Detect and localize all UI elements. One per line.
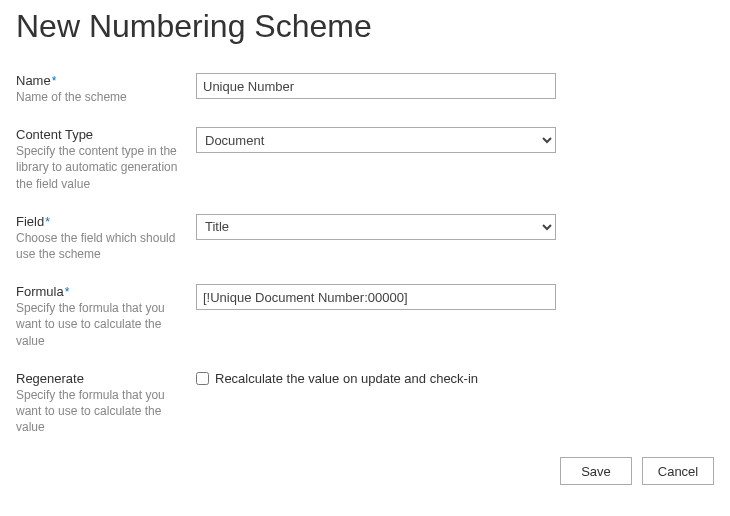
regenerate-label: Regenerate: [16, 371, 84, 386]
content-type-label: Content Type: [16, 127, 93, 142]
formula-row: Formula* Specify the formula that you wa…: [16, 284, 714, 349]
required-asterisk: *: [65, 285, 70, 299]
regenerate-checkbox-label: Recalculate the value on update and chec…: [215, 371, 478, 386]
field-description: Choose the field which should use the sc…: [16, 230, 184, 262]
name-input[interactable]: [196, 73, 556, 99]
required-asterisk: *: [45, 215, 50, 229]
regenerate-row: Regenerate Specify the formula that you …: [16, 371, 714, 436]
regenerate-checkbox[interactable]: [196, 372, 209, 385]
formula-input[interactable]: [196, 284, 556, 310]
content-type-select[interactable]: Document: [196, 127, 556, 153]
field-row: Field* Choose the field which should use…: [16, 214, 714, 262]
field-label: Field: [16, 214, 44, 229]
formula-description: Specify the formula that you want to use…: [16, 300, 184, 349]
formula-label: Formula: [16, 284, 64, 299]
button-row: Save Cancel: [16, 457, 714, 485]
page-title: New Numbering Scheme: [16, 8, 714, 45]
content-type-description: Specify the content type in the library …: [16, 143, 184, 192]
field-select[interactable]: Title: [196, 214, 556, 240]
required-asterisk: *: [52, 74, 57, 88]
name-description: Name of the scheme: [16, 89, 184, 105]
save-button[interactable]: Save: [560, 457, 632, 485]
regenerate-description: Specify the formula that you want to use…: [16, 387, 184, 436]
content-type-row: Content Type Specify the content type in…: [16, 127, 714, 192]
cancel-button[interactable]: Cancel: [642, 457, 714, 485]
name-label: Name: [16, 73, 51, 88]
name-row: Name* Name of the scheme: [16, 73, 714, 105]
